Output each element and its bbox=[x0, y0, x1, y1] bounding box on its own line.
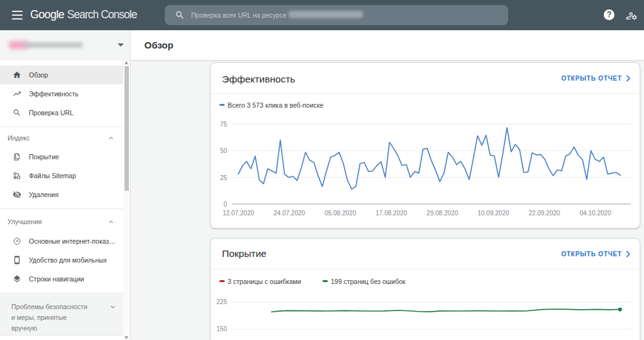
svg-text:17.08.2020: 17.08.2020 bbox=[375, 210, 407, 217]
svg-text:225: 225 bbox=[216, 298, 227, 305]
svg-text:0: 0 bbox=[223, 201, 227, 208]
svg-text:75: 75 bbox=[220, 121, 228, 128]
svg-text:22.09.2020: 22.09.2020 bbox=[529, 210, 560, 217]
svg-text:50: 50 bbox=[220, 147, 228, 154]
svg-text:29.08.2020: 29.08.2020 bbox=[426, 210, 458, 217]
svg-text:12.07.2020: 12.07.2020 bbox=[223, 210, 254, 217]
svg-text:10.09.2020: 10.09.2020 bbox=[477, 210, 509, 217]
svg-text:150: 150 bbox=[216, 326, 227, 332]
svg-text:04.10.2020: 04.10.2020 bbox=[580, 210, 611, 217]
svg-text:25: 25 bbox=[220, 174, 228, 181]
svg-text:24.07.2020: 24.07.2020 bbox=[274, 210, 305, 217]
svg-text:05.08.2020: 05.08.2020 bbox=[325, 210, 356, 217]
